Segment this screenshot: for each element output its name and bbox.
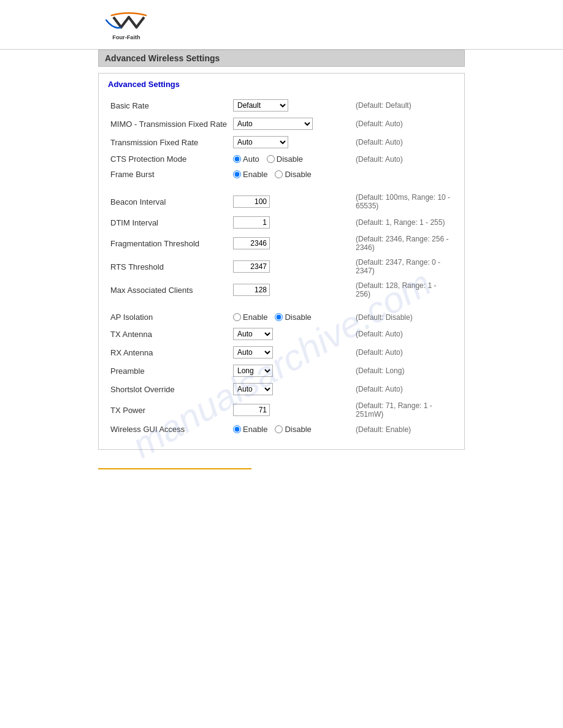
label-ap-isolation: AP Isolation	[108, 309, 231, 325]
radio-frame-burst-opt1[interactable]: Enable	[233, 170, 267, 179]
row-beacon-interval: Beacon Interval(Default: 100ms, Range: 1…	[108, 190, 455, 213]
select-tx-antenna[interactable]: AutoLeftRight	[233, 328, 273, 340]
hint-max-associated-clients: (Default: 128, Range: 1 - 256)	[353, 278, 455, 301]
control-shortslot-override: AutoOnOff	[231, 380, 353, 398]
hint-tx-power: (Default: 71, Range: 1 - 251mW)	[353, 398, 455, 422]
footer-line	[98, 468, 251, 469]
control-frame-burst: Enable Disable	[231, 167, 353, 182]
radio-cts-protection-mode-opt1[interactable]: Auto	[233, 154, 259, 164]
radio-ap-isolation-opt1[interactable]: Enable	[233, 313, 267, 322]
control-dtim-interval	[231, 213, 353, 232]
select-shortslot-override[interactable]: AutoOnOff	[233, 383, 273, 395]
input-max-associated-clients[interactable]	[233, 284, 270, 296]
control-fragmentation-threshold	[231, 232, 353, 255]
control-preamble: LongShort	[231, 362, 353, 380]
row-transmission-fixed-rate: Transmission Fixed RateAuto1 Mbps2 Mbps(…	[108, 133, 455, 151]
radio-wireless-gui-access-opt1[interactable]: Enable	[233, 425, 267, 434]
label-basic-rate: Basic Rate	[108, 96, 231, 115]
label-transmission-fixed-rate: Transmission Fixed Rate	[108, 133, 231, 151]
row-mimo-transmission: MIMO - Transmission Fixed RateAuto1 Mbps…	[108, 115, 455, 133]
logo-container: Four-Faith	[98, 9, 551, 43]
label-rts-threshold: RTS Threshold	[108, 255, 231, 278]
row-rts-threshold: RTS Threshold(Default: 2347, Range: 0 - …	[108, 255, 455, 278]
radio-cts-protection-mode-opt2[interactable]: Disable	[267, 154, 303, 164]
select-rx-antenna[interactable]: AutoLeftRight	[233, 346, 273, 358]
select-basic-rate[interactable]: Default1-2 MbpsAll	[233, 99, 288, 112]
hint-tx-antenna: (Default: Auto)	[353, 325, 455, 343]
radio-group-wireless-gui-access: Enable Disable	[233, 425, 351, 434]
control-rts-threshold	[231, 255, 353, 278]
hint-shortslot-override: (Default: Auto)	[353, 380, 455, 398]
hint-cts-protection-mode: (Default: Auto)	[353, 151, 455, 167]
hint-frame-burst	[353, 167, 455, 182]
radio-ap-isolation-opt2[interactable]: Disable	[275, 313, 311, 322]
label-shortslot-override: Shortslot Override	[108, 380, 231, 398]
hint-transmission-fixed-rate: (Default: Auto)	[353, 133, 455, 151]
header: Four-Faith	[0, 0, 563, 50]
select-transmission-fixed-rate[interactable]: Auto1 Mbps2 Mbps	[233, 136, 288, 148]
label-mimo-transmission: MIMO - Transmission Fixed Rate	[108, 115, 231, 133]
label-frame-burst: Frame Burst	[108, 167, 231, 182]
label-fragmentation-threshold: Fragmentation Threshold	[108, 232, 231, 255]
input-rts-threshold[interactable]	[233, 260, 270, 273]
row-fragmentation-threshold: Fragmentation Threshold(Default: 2346, R…	[108, 232, 455, 255]
radio-group-cts-protection-mode: Auto Disable	[233, 154, 351, 164]
logo-svg: Four-Faith	[98, 9, 159, 43]
control-ap-isolation: Enable Disable	[231, 309, 353, 325]
section-title: Advanced Settings	[108, 80, 455, 89]
input-beacon-interval[interactable]	[233, 195, 270, 208]
hint-fragmentation-threshold: (Default: 2346, Range: 256 - 2346)	[353, 232, 455, 255]
row-cts-protection-mode: CTS Protection Mode Auto Disable(Default…	[108, 151, 455, 167]
hint-beacon-interval: (Default: 100ms, Range: 10 - 65535)	[353, 190, 455, 213]
hint-dtim-interval: (Default: 1, Range: 1 - 255)	[353, 213, 455, 232]
row-dtim-interval: DTIM Interval(Default: 1, Range: 1 - 255…	[108, 213, 455, 232]
radio-frame-burst-opt2[interactable]: Disable	[275, 170, 311, 179]
hint-wireless-gui-access: (Default: Enable)	[353, 422, 455, 437]
label-dtim-interval: DTIM Interval	[108, 213, 231, 232]
label-tx-antenna: TX Antenna	[108, 325, 231, 343]
row-ap-isolation: AP Isolation Enable Disable(Default: Dis…	[108, 309, 455, 325]
row-rx-antenna: RX AntennaAutoLeftRight(Default: Auto)	[108, 343, 455, 362]
row-tx-antenna: TX AntennaAutoLeftRight(Default: Auto)	[108, 325, 455, 343]
spacer-row	[108, 182, 455, 190]
content-area: Advanced Settings Basic RateDefault1-2 M…	[98, 73, 465, 450]
radio-wireless-gui-access-opt2[interactable]: Disable	[275, 425, 311, 434]
label-max-associated-clients: Max Associated Clients	[108, 278, 231, 301]
label-beacon-interval: Beacon Interval	[108, 190, 231, 213]
row-tx-power: TX Power(Default: 71, Range: 1 - 251mW)	[108, 398, 455, 422]
row-preamble: PreambleLongShort(Default: Long)	[108, 362, 455, 380]
control-max-associated-clients	[231, 278, 353, 301]
row-basic-rate: Basic RateDefault1-2 MbpsAll(Default: De…	[108, 96, 455, 115]
hint-preamble: (Default: Long)	[353, 362, 455, 380]
radio-group-ap-isolation: Enable Disable	[233, 313, 351, 322]
control-mimo-transmission: Auto1 Mbps2 Mbps5.5 Mbps11 Mbps	[231, 115, 353, 133]
svg-text:Four-Faith: Four-Faith	[112, 34, 140, 40]
hint-basic-rate: (Default: Default)	[353, 96, 455, 115]
hint-ap-isolation: (Default: Disable)	[353, 309, 455, 325]
control-wireless-gui-access: Enable Disable	[231, 422, 353, 437]
control-beacon-interval	[231, 190, 353, 213]
select-preamble[interactable]: LongShort	[233, 365, 273, 377]
label-cts-protection-mode: CTS Protection Mode	[108, 151, 231, 167]
label-wireless-gui-access: Wireless GUI Access	[108, 422, 231, 437]
spacer-row	[108, 301, 455, 309]
page-title: Advanced Wireless Settings	[98, 50, 465, 67]
label-rx-antenna: RX Antenna	[108, 343, 231, 362]
control-rx-antenna: AutoLeftRight	[231, 343, 353, 362]
control-cts-protection-mode: Auto Disable	[231, 151, 353, 167]
select-mimo-transmission[interactable]: Auto1 Mbps2 Mbps5.5 Mbps11 Mbps	[233, 118, 313, 130]
radio-group-frame-burst: Enable Disable	[233, 170, 351, 179]
control-transmission-fixed-rate: Auto1 Mbps2 Mbps	[231, 133, 353, 151]
input-tx-power[interactable]	[233, 404, 270, 416]
label-tx-power: TX Power	[108, 398, 231, 422]
control-tx-antenna: AutoLeftRight	[231, 325, 353, 343]
row-shortslot-override: Shortslot OverrideAutoOnOff(Default: Aut…	[108, 380, 455, 398]
settings-table: Basic RateDefault1-2 MbpsAll(Default: De…	[108, 96, 455, 437]
control-basic-rate: Default1-2 MbpsAll	[231, 96, 353, 115]
input-dtim-interval[interactable]	[233, 216, 270, 229]
input-fragmentation-threshold[interactable]	[233, 237, 270, 249]
label-preamble: Preamble	[108, 362, 231, 380]
row-frame-burst: Frame Burst Enable Disable	[108, 167, 455, 182]
hint-rx-antenna: (Default: Auto)	[353, 343, 455, 362]
row-wireless-gui-access: Wireless GUI Access Enable Disable(Defau…	[108, 422, 455, 437]
